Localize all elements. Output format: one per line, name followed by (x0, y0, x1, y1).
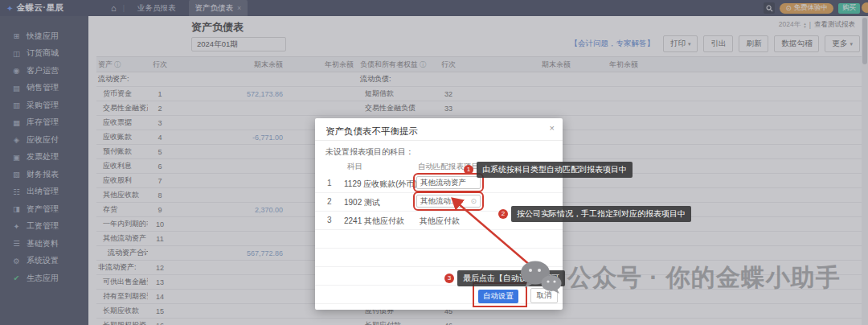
match-dropdown[interactable]: 其他流动资产 (416, 176, 481, 189)
badge-3: 3 (444, 274, 454, 283)
watermark-text: 公众号 · 你的金蝶小助手 (567, 261, 841, 294)
subject-cell: 1129 应收账款(外币) (344, 179, 417, 190)
dialog-close-icon[interactable]: × (550, 123, 555, 133)
row-number: 3 (327, 216, 332, 224)
app-window: ✦ 金蝶云·星辰 ⌂ | 业务员报表 资产负债表 × ⊙ 免费体验 (0, 0, 868, 325)
match-dropdown[interactable]: 其他流动...⊙ (416, 195, 481, 208)
match-cell: 其他应付款 (420, 216, 460, 227)
empty-row (315, 230, 563, 249)
subject-cell: 1902 测试 (344, 197, 380, 208)
auto-set-button[interactable]: 自动设置 (478, 290, 518, 303)
subject-cell: 2241 其他应付款 (344, 216, 404, 227)
annotation-2: 2 按公司实际情况，手工指定到对应的报表项目中 (498, 206, 691, 222)
watermark: 公众号 · 你的金蝶小助手 (519, 259, 841, 296)
clear-icon[interactable]: ⊙ (470, 197, 477, 205)
badge-1: 1 (464, 165, 473, 175)
dialog-subtitle: 未设置报表项目的科目： (326, 146, 414, 158)
divider (315, 140, 563, 141)
row-number: 2 (327, 197, 332, 206)
wechat-icon (519, 259, 563, 296)
annotation-1: 1 由系统按科目类型自动匹配到报表项目中 (464, 162, 633, 178)
row-number: 1 (327, 179, 332, 187)
annotation-2-text: 按公司实际情况，手工指定到对应的报表项目中 (511, 206, 691, 222)
annotation-1-text: 由系统按科目类型自动匹配到报表项目中 (477, 162, 633, 178)
col-subject: 科目 (347, 162, 362, 172)
dialog-title: 资产负债表不平衡提示 (326, 125, 418, 138)
badge-2: 2 (498, 209, 508, 219)
